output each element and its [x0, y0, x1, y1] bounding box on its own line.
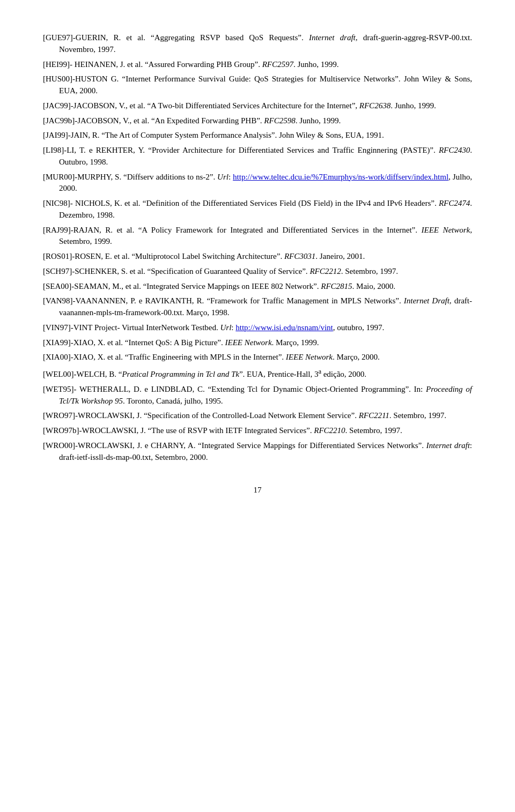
list-item: [JAC99]-JACOBSON, V., et al. “A Two-bit … [43, 100, 472, 112]
italic-text: RFC2430 [439, 146, 470, 154]
italic-text: RFC2815 [321, 282, 352, 290]
italic-text: Pratical Programming in Tcl and Tk [122, 370, 239, 378]
list-item: [GUE97]-GUERIN, R. et al. “Aggregating R… [43, 32, 472, 56]
italic-text: RFC2211 [359, 411, 389, 420]
list-item: [JAI99]-JAIN, R. “The Art of Computer Sy… [43, 130, 472, 141]
italic-text: RFC2212 [310, 267, 341, 275]
italic-text: RFC2474 [439, 199, 470, 207]
list-item: [LI98]-LI, T. e REKHTER, Y. “Provider Ar… [43, 145, 472, 168]
italic-text: Internet draft [309, 33, 356, 42]
list-item: [SCH97]-SCHENKER, S. et al. “Specificati… [43, 266, 472, 278]
list-item: [XIA00]-XIAO, X. et al. “Traffic Enginee… [43, 352, 472, 363]
italic-text: IEEE Network [421, 226, 470, 234]
italic-text: RFC2210 [314, 426, 345, 435]
italic-text: RFC2598 [264, 116, 295, 125]
list-item: [RAJ99]-RAJAN, R. et al. “A Policy Frame… [43, 225, 472, 248]
list-item: [WRO97]-WROCLAWSKI, J. “Specification of… [43, 410, 472, 422]
italic-text: Proceeding of Tcl/Tk Workshop 95 [59, 385, 472, 405]
italic-text: Internet Draft [404, 296, 450, 305]
italic-text: RFC2638 [359, 101, 391, 110]
italic-text: RFC2597 [262, 60, 293, 69]
list-item: [HUS00]-HUSTON G. “Internet Performance … [43, 73, 472, 97]
list-item: [VAN98]-VAANANNEN, P. e RAVIKANTH, R. “F… [43, 295, 472, 319]
list-item: [JAC99b]-JACOBSON, V., et al. “An Expedi… [43, 115, 472, 127]
list-item: [HEI99]- HEINANEN, J. et al. “Assured Fo… [43, 59, 472, 71]
list-item: [WRO97b]-WROCLAWSKI, J. “The use of RSVP… [43, 425, 472, 437]
italic-text: Url [217, 173, 229, 181]
ref-url-link[interactable]: http://www.isi.edu/nsnam/vint [236, 323, 333, 332]
page-number: 17 [43, 485, 472, 496]
list-item: [MUR00]-MURPHY, S. “Diffserv additions t… [43, 172, 472, 195]
italic-text: IEEE Network [286, 353, 333, 361]
list-item: [WRO00]-WROCLAWSKI, J. e CHARNY, A. “Int… [43, 440, 472, 464]
references-section: [GUE97]-GUERIN, R. et al. “Aggregating R… [43, 32, 472, 463]
italic-text: Url [220, 323, 231, 332]
italic-text: IEEE Network [225, 338, 272, 347]
list-item: [WET95]- WETHERALL, D. e LINDBLAD, C. “E… [43, 384, 472, 407]
ref-url-link[interactable]: http://www.teltec.dcu.ie/%7Emurphys/ns-w… [233, 173, 448, 181]
list-item: [ROS01]-ROSEN, E. et al. “Multiprotocol … [43, 251, 472, 263]
list-item: [WEL00]-WELCH, B. “Pratical Programming … [43, 367, 472, 381]
list-item: [SEA00]-SEAMAN, M., et al. “Integrated S… [43, 281, 472, 293]
italic-text: RFC3031 [284, 252, 315, 260]
italic-text: Internet draft [426, 441, 470, 450]
list-item: [XIA99]-XIAO, X. et al. “Internet QoS: A… [43, 337, 472, 349]
list-item: [NIC98]- NICHOLS, K. et al. “Definition … [43, 198, 472, 221]
list-item: [VIN97]-VINT Project- Virtual InterNetwo… [43, 322, 472, 334]
